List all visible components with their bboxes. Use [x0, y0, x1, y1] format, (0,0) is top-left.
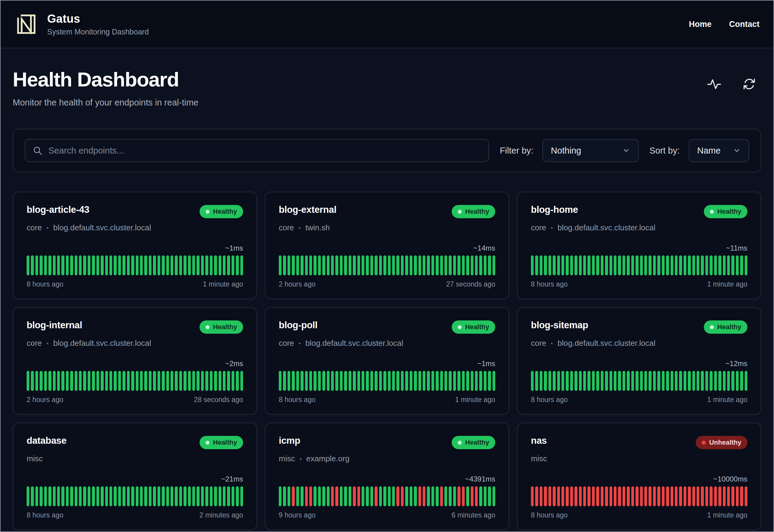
history-bar[interactable]: [453, 486, 456, 506]
history-bar[interactable]: [484, 255, 486, 275]
history-bar[interactable]: [149, 486, 151, 506]
history-bar[interactable]: [548, 371, 551, 391]
history-bar[interactable]: [205, 255, 208, 275]
history-bar[interactable]: [162, 371, 164, 391]
history-bar[interactable]: [431, 255, 434, 275]
history-bar[interactable]: [362, 255, 364, 275]
history-bar[interactable]: [457, 255, 460, 275]
history-bar[interactable]: [75, 371, 77, 391]
history-bar[interactable]: [79, 486, 82, 506]
history-bar[interactable]: [557, 255, 560, 275]
history-bar[interactable]: [210, 371, 213, 391]
history-bar[interactable]: [466, 486, 469, 506]
history-bar[interactable]: [344, 255, 347, 275]
history-bar[interactable]: [535, 255, 538, 275]
history-bar[interactable]: [379, 486, 382, 506]
endpoint-card[interactable]: blog-home Healthy core • blog.default.sv…: [517, 192, 761, 299]
history-bar[interactable]: [662, 255, 665, 275]
history-bar[interactable]: [362, 486, 364, 506]
history-bar[interactable]: [649, 255, 651, 275]
history-bar[interactable]: [705, 486, 708, 506]
history-bar[interactable]: [666, 255, 669, 275]
history-bar[interactable]: [484, 486, 486, 506]
history-bar[interactable]: [745, 371, 747, 391]
history-bar[interactable]: [627, 255, 629, 275]
history-bar[interactable]: [122, 255, 125, 275]
history-bar[interactable]: [166, 255, 169, 275]
history-bar[interactable]: [566, 371, 568, 391]
history-bar[interactable]: [309, 371, 312, 391]
history-bar[interactable]: [357, 371, 360, 391]
history-bar[interactable]: [83, 255, 86, 275]
history-bar[interactable]: [531, 255, 534, 275]
history-bar[interactable]: [614, 486, 616, 506]
history-bar[interactable]: [335, 371, 338, 391]
history-bar[interactable]: [366, 371, 369, 391]
filter-select[interactable]: Nothing: [542, 139, 639, 162]
history-bar[interactable]: [197, 255, 199, 275]
history-bar[interactable]: [653, 486, 656, 506]
history-bar[interactable]: [236, 371, 239, 391]
history-bar[interactable]: [618, 255, 621, 275]
refresh-icon[interactable]: [742, 77, 756, 91]
search-input[interactable]: [25, 139, 489, 162]
history-bar[interactable]: [705, 255, 708, 275]
history-bar[interactable]: [197, 371, 199, 391]
history-bar[interactable]: [423, 486, 425, 506]
history-bar[interactable]: [727, 255, 730, 275]
history-bar[interactable]: [418, 371, 421, 391]
history-bar[interactable]: [671, 255, 673, 275]
history-bar[interactable]: [544, 371, 547, 391]
history-bar[interactable]: [605, 255, 608, 275]
history-bar[interactable]: [349, 486, 351, 506]
history-bar[interactable]: [401, 486, 404, 506]
history-bar[interactable]: [27, 486, 29, 506]
history-bar[interactable]: [745, 255, 747, 275]
history-bar[interactable]: [566, 486, 568, 506]
history-bar[interactable]: [697, 255, 699, 275]
history-bar[interactable]: [405, 255, 408, 275]
history-bar[interactable]: [344, 486, 347, 506]
history-bar[interactable]: [740, 486, 743, 506]
history-bar[interactable]: [340, 255, 343, 275]
history-bar[interactable]: [232, 255, 234, 275]
history-bar[interactable]: [427, 371, 430, 391]
history-bar[interactable]: [471, 371, 473, 391]
history-bar[interactable]: [305, 486, 308, 506]
history-bar[interactable]: [175, 255, 177, 275]
history-bar[interactable]: [44, 486, 47, 506]
history-bar[interactable]: [288, 255, 290, 275]
history-bar[interactable]: [75, 255, 77, 275]
history-bar[interactable]: [583, 255, 586, 275]
history-bar[interactable]: [27, 371, 29, 391]
history-bar[interactable]: [714, 371, 717, 391]
history-bar[interactable]: [353, 255, 356, 275]
history-bar[interactable]: [453, 371, 456, 391]
history-bar[interactable]: [535, 371, 538, 391]
history-bar[interactable]: [105, 255, 108, 275]
history-bar[interactable]: [679, 255, 682, 275]
history-bar[interactable]: [109, 255, 112, 275]
history-bar[interactable]: [61, 255, 64, 275]
history-bar[interactable]: [488, 255, 491, 275]
history-bar[interactable]: [436, 486, 438, 506]
history-bar[interactable]: [462, 486, 465, 506]
history-bar[interactable]: [184, 255, 186, 275]
history-bar[interactable]: [314, 486, 316, 506]
history-bar[interactable]: [79, 255, 82, 275]
history-bar[interactable]: [88, 255, 90, 275]
history-bar[interactable]: [666, 486, 669, 506]
history-bar[interactable]: [70, 371, 73, 391]
history-bar[interactable]: [587, 486, 590, 506]
history-bar[interactable]: [131, 371, 134, 391]
history-bar[interactable]: [162, 255, 164, 275]
history-bar[interactable]: [396, 371, 399, 391]
history-bar[interactable]: [440, 371, 443, 391]
history-bar[interactable]: [349, 255, 351, 275]
history-bar[interactable]: [279, 486, 281, 506]
history-bar[interactable]: [292, 486, 294, 506]
history-bar[interactable]: [644, 371, 647, 391]
history-bar[interactable]: [423, 371, 425, 391]
history-bar[interactable]: [579, 371, 582, 391]
history-bar[interactable]: [601, 255, 603, 275]
